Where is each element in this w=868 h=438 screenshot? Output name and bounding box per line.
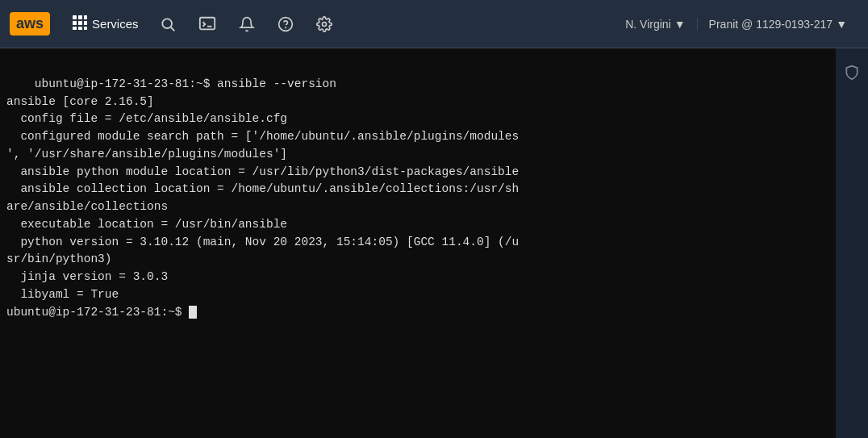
- svg-rect-5: [84, 21, 87, 25]
- terminal[interactable]: ubuntu@ip-172-31-23-81:~$ ansible --vers…: [0, 48, 836, 438]
- notifications-button[interactable]: [227, 0, 266, 48]
- right-sidebar: [836, 48, 868, 438]
- settings-button[interactable]: [305, 0, 344, 48]
- region-dropdown-icon: ▼: [674, 18, 686, 31]
- svg-line-10: [170, 27, 174, 31]
- svg-rect-8: [84, 27, 87, 30]
- svg-rect-6: [73, 27, 77, 30]
- search-button[interactable]: [148, 0, 187, 48]
- services-label: Services: [92, 17, 139, 31]
- region-label: N. Virgini: [625, 18, 671, 31]
- aws-logo-text: aws: [16, 15, 44, 32]
- account-dropdown-icon: ▼: [836, 18, 847, 31]
- help-button[interactable]: [266, 0, 305, 48]
- svg-rect-2: [84, 15, 87, 19]
- svg-point-9: [162, 19, 172, 28]
- cloudshell-button[interactable]: [187, 0, 227, 48]
- account-selector[interactable]: Pranit @ 1129-0193-217 ▼: [697, 18, 858, 31]
- terminal-output: ubuntu@ip-172-31-23-81:~$ ansible --vers…: [6, 77, 519, 319]
- aws-logo[interactable]: aws: [10, 12, 50, 35]
- svg-rect-1: [78, 15, 82, 19]
- services-menu[interactable]: Services: [63, 0, 148, 48]
- svg-rect-4: [78, 21, 82, 25]
- svg-rect-3: [73, 21, 77, 25]
- sidebar-shield-icon[interactable]: [837, 58, 866, 91]
- svg-rect-11: [199, 17, 214, 29]
- region-selector[interactable]: N. Virgini ▼: [614, 18, 696, 31]
- terminal-container: ubuntu@ip-172-31-23-81:~$ ansible --vers…: [0, 48, 868, 438]
- svg-rect-7: [78, 27, 82, 30]
- svg-rect-0: [73, 15, 77, 19]
- account-label: Pranit @ 1129-0193-217: [709, 18, 833, 31]
- svg-point-15: [322, 22, 326, 26]
- navbar: aws Services: [0, 0, 868, 48]
- terminal-cursor: [189, 306, 197, 319]
- grid-icon: [73, 15, 87, 32]
